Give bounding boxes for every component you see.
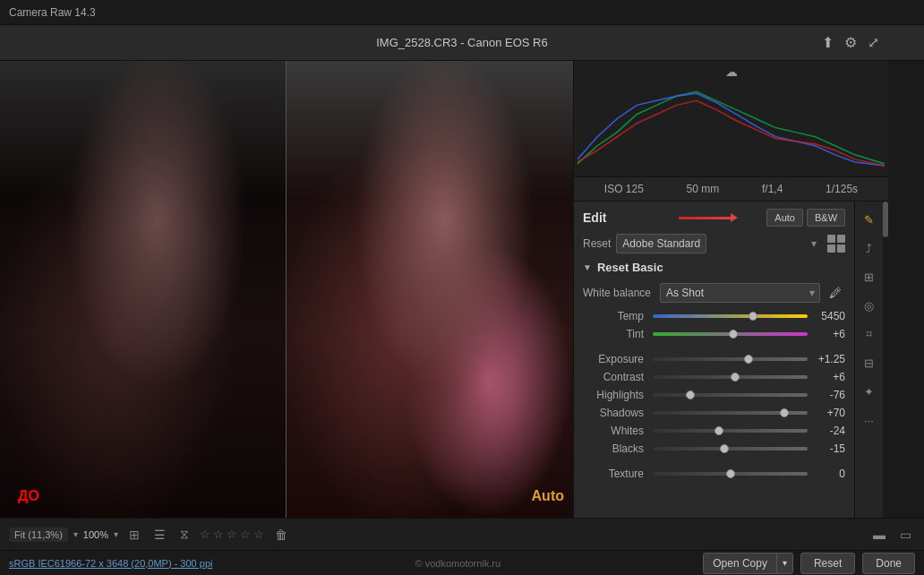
edit-panel: Edit Auto B&W Reset Adobe Standard — [574, 202, 854, 518]
tint-slider-row: Tint +6 — [583, 328, 845, 340]
edit-icon[interactable]: ✎ — [859, 209, 880, 230]
trash-icon[interactable]: 🗑 — [271, 526, 291, 544]
geometry-icon[interactable]: ⊟ — [859, 352, 880, 373]
more-icon[interactable]: ··· — [859, 409, 880, 431]
highlights-thumb[interactable] — [686, 390, 695, 399]
exposure-slider[interactable] — [653, 357, 808, 361]
lens-icon[interactable]: ⌗ — [859, 323, 880, 345]
zoom-label: 100% — [83, 529, 108, 540]
star-3[interactable]: ☆ — [227, 528, 237, 541]
list-view-icon[interactable]: ☰ — [150, 526, 169, 544]
eyedropper-icon[interactable]: 🖉 — [826, 283, 845, 303]
scroll-thumb[interactable] — [883, 202, 888, 237]
edit-label: Edit — [583, 210, 673, 225]
done-button[interactable]: Done — [862, 553, 915, 574]
aperture-value: f/1,4 — [762, 183, 783, 195]
filter-icon[interactable]: ⧖ — [176, 525, 192, 544]
highlights-slider[interactable] — [653, 393, 808, 397]
blacks-slider[interactable] — [653, 447, 808, 451]
fit-label[interactable]: Fit (11,3%) — [9, 528, 68, 542]
star-rating[interactable]: ☆ ☆ ☆ ☆ ☆ — [200, 528, 264, 541]
footer-buttons: Open Copy ▾ Reset Done — [703, 553, 915, 574]
chevron-zoom-icon[interactable]: ▾ — [73, 529, 78, 539]
expand-icon[interactable]: ⤢ — [868, 34, 879, 51]
star-2[interactable]: ☆ — [213, 528, 224, 541]
filmstrip-bar: Fit (11,3%) ▾ 100% ▾ ⊞ ☰ ⧖ ☆ ☆ ☆ ☆ ☆ 🗑 ▬… — [0, 518, 924, 550]
blacks-value: -15 — [813, 442, 845, 455]
shadows-thumb[interactable] — [780, 408, 789, 417]
filmstrip-controls: Fit (11,3%) ▾ 100% ▾ — [9, 528, 118, 542]
reset-label: Reset — [583, 237, 611, 250]
reset-button[interactable]: Reset — [800, 553, 855, 574]
exposure-thumb[interactable] — [744, 355, 753, 364]
shadows-slider[interactable] — [653, 411, 808, 415]
preview-area: ДО Auto — [0, 61, 573, 518]
contrast-thumb[interactable] — [731, 373, 740, 382]
focal-length: 50 mm — [687, 183, 720, 195]
contrast-slider[interactable] — [653, 375, 808, 379]
texture-thumb[interactable] — [726, 469, 735, 478]
temp-thumb[interactable] — [749, 312, 757, 321]
texture-slider-row: Texture 0 — [583, 468, 845, 480]
preview-right: Auto — [287, 61, 573, 518]
effects-icon[interactable]: ✦ — [859, 381, 880, 402]
bw-button[interactable]: B&W — [807, 209, 845, 227]
wb-select[interactable]: As Shot Auto Daylight Cloudy Shade Tungs… — [660, 283, 820, 303]
texture-value: 0 — [813, 468, 845, 480]
tint-label: Tint — [583, 328, 647, 340]
wb-label: White balance — [583, 287, 654, 299]
temp-slider-row: Temp 5450 — [583, 310, 845, 322]
grid-icon[interactable] — [827, 235, 845, 253]
detail-icon[interactable]: ⊞ — [859, 266, 880, 288]
whites-value: -24 — [813, 425, 845, 437]
highlights-label: Highlights — [583, 389, 647, 401]
color-icon[interactable]: ◎ — [859, 295, 880, 316]
whites-slider-row: Whites -24 — [583, 425, 845, 437]
footer-bar: sRGB IEC61966-72 x 3648 (20,0MP) - 300 p… — [0, 550, 924, 575]
thumbnail-large-icon[interactable]: ▭ — [896, 526, 915, 544]
tint-thumb[interactable] — [729, 330, 738, 339]
preset-select[interactable]: Adobe Standard — [616, 234, 706, 253]
histogram-chart — [578, 64, 885, 173]
top-icons: ⬆ ⚙ ⤢ — [822, 34, 879, 51]
reset-row: Reset Adobe Standard — [583, 234, 845, 253]
section-header-basic: ▼ Reset Basic — [583, 261, 845, 274]
thumbnail-small-icon[interactable]: ▬ — [869, 526, 889, 544]
chevron-icon[interactable]: ▼ — [583, 262, 592, 272]
star-5[interactable]: ☆ — [253, 528, 264, 541]
tint-slider[interactable] — [653, 332, 808, 336]
file-info-link[interactable]: sRGB IEC61966-72 x 3648 (20,0MP) - 300 p… — [9, 558, 212, 569]
exposure-value: +1.25 — [813, 353, 845, 365]
star-4[interactable]: ☆ — [240, 528, 251, 541]
wb-select-wrapper: As Shot Auto Daylight Cloudy Shade Tungs… — [660, 283, 820, 303]
temp-slider[interactable] — [653, 314, 808, 318]
top-bar: IMG_2528.CR3 - Canon EOS R6 ⬆ ⚙ ⤢ — [0, 25, 924, 61]
star-1[interactable]: ☆ — [200, 528, 210, 541]
histogram-area: ☁ — [574, 61, 888, 177]
open-copy-arrow-icon[interactable]: ▾ — [777, 554, 792, 571]
upload-icon[interactable]: ⬆ — [822, 34, 834, 51]
highlights-slider-row: Highlights -76 — [583, 389, 845, 401]
title-bar: Camera Raw 14.3 — [0, 0, 924, 25]
temp-value: 5450 — [813, 310, 845, 322]
exposure-label: Exposure — [583, 353, 647, 365]
open-copy-label[interactable]: Open Copy — [704, 554, 777, 573]
curves-icon[interactable]: ⤴ — [859, 237, 880, 259]
contrast-slider-row: Contrast +6 — [583, 371, 845, 383]
texture-slider[interactable] — [653, 472, 808, 476]
open-copy-button[interactable]: Open Copy ▾ — [703, 553, 793, 574]
whites-slider[interactable] — [653, 429, 808, 433]
shadows-slider-row: Shadows +70 — [583, 407, 845, 419]
scroll-indicator[interactable] — [883, 202, 888, 518]
camera-info: ISO 125 50 mm f/1,4 1/125s — [574, 177, 888, 202]
iso-value: ISO 125 — [604, 183, 644, 195]
blacks-slider-row: Blacks -15 — [583, 442, 845, 455]
whites-thumb[interactable] — [714, 426, 723, 435]
blacks-thumb[interactable] — [720, 444, 729, 453]
right-panel: ☁ ISO 125 50 mm f/1,4 1/125s Edit — [573, 61, 888, 518]
shadows-value: +70 — [813, 407, 845, 419]
grid-view-icon[interactable]: ⊞ — [125, 526, 143, 544]
auto-button[interactable]: Auto — [766, 209, 803, 227]
chevron-zoom2-icon[interactable]: ▾ — [114, 529, 118, 539]
settings-icon[interactable]: ⚙ — [844, 34, 857, 51]
